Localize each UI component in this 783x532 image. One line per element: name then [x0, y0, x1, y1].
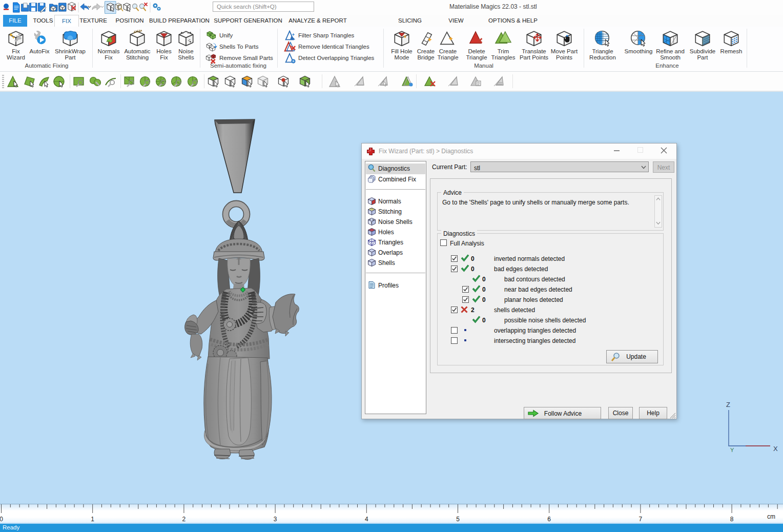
svg-text:8: 8: [730, 516, 734, 523]
svg-text:Y: Y: [730, 447, 734, 453]
svg-text:Z: Z: [726, 401, 730, 408]
svg-text:0: 0: [0, 516, 3, 523]
svg-text:6: 6: [547, 516, 551, 523]
svg-text:X: X: [773, 445, 778, 453]
svg-text:4: 4: [365, 516, 368, 523]
svg-text:2: 2: [182, 516, 186, 523]
svg-text:cm: cm: [767, 513, 775, 520]
svg-text:7: 7: [639, 516, 643, 523]
svg-text:3: 3: [274, 516, 277, 523]
svg-text:1: 1: [91, 516, 94, 523]
svg-text:5: 5: [456, 516, 460, 523]
